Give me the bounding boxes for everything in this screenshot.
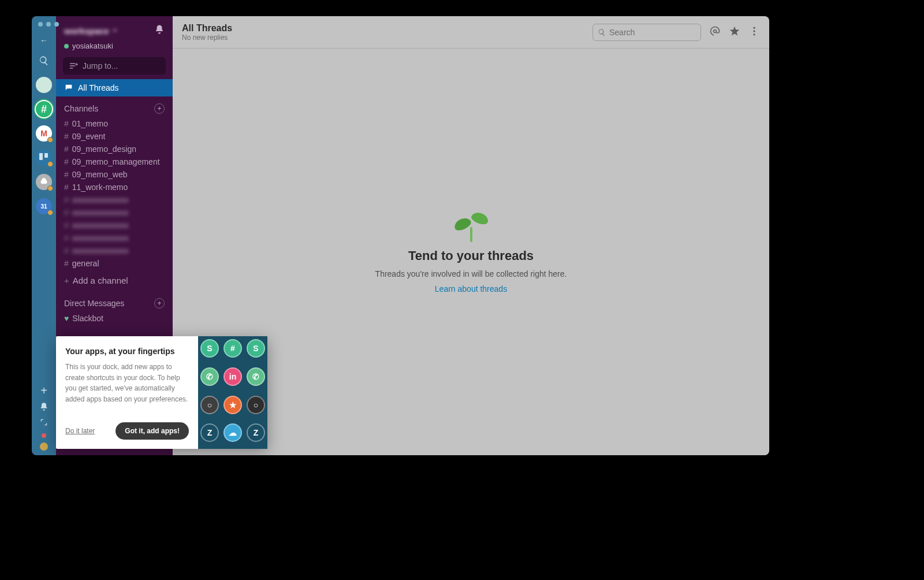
channel-item[interactable]: #09_memo_design [56, 143, 173, 155]
traffic-close[interactable] [38, 22, 43, 27]
workspace-name[interactable]: workspace [64, 26, 117, 36]
app-tile-icon: Z [200, 423, 219, 442]
empty-title: Tend to your threads [408, 248, 534, 263]
app-tile-icon: ☁ [223, 423, 242, 442]
app-tile-icon: # [223, 339, 242, 358]
rail-app-gmail[interactable]: M [36, 125, 52, 142]
rail-add-button[interactable]: + [40, 384, 47, 397]
channels-header: Channels + [56, 96, 173, 117]
heart-icon: ♥ [64, 314, 69, 323]
hash-icon: # [64, 259, 69, 268]
channel-item[interactable]: #general [56, 257, 173, 270]
rail-bell-icon[interactable] [39, 402, 49, 414]
hash-icon: # [64, 183, 69, 192]
more-icon[interactable] [748, 25, 760, 39]
app-tile-icon: in [223, 367, 242, 386]
got-it-button[interactable]: Got it, add apps! [116, 422, 189, 440]
do-it-later-link[interactable]: Do it later [65, 427, 95, 435]
app-tile-icon: S [247, 339, 265, 358]
hash-icon: # [64, 195, 69, 205]
star-icon[interactable] [729, 25, 740, 39]
channel-item[interactable]: #09_memo_web [56, 168, 173, 181]
add-channel-link[interactable]: +Add a channel [56, 270, 173, 291]
hash-icon: # [64, 157, 69, 166]
channel-item[interactable]: #xxxxxxxxxxxxxx [56, 194, 173, 206]
username: yosiakatsuki [72, 42, 113, 50]
channel-item[interactable]: #xxxxxxxxxxxxxx [56, 206, 173, 219]
app-tile-icon: S [200, 339, 219, 358]
search-icon[interactable] [35, 52, 53, 69]
search-icon [598, 28, 606, 36]
hash-icon: # [64, 208, 69, 217]
hash-icon: # [64, 246, 69, 255]
svg-point-1 [753, 30, 755, 32]
traffic-minimize[interactable] [46, 22, 51, 27]
svg-point-2 [753, 34, 755, 35]
hash-icon: # [64, 132, 69, 141]
rail-app-workspace[interactable] [36, 77, 52, 93]
popover-title: Your apps, at your fingertips [65, 347, 189, 356]
channel-item[interactable]: #xxxxxxxxxxxxxx [56, 219, 173, 232]
page-title: All Threads [182, 23, 232, 34]
app-tile-icon: ○ [200, 396, 219, 414]
app-tile-icon: ✆ [247, 367, 265, 386]
rail-app-trello[interactable] [36, 150, 52, 166]
rail-status-gold [40, 443, 48, 451]
channel-item[interactable]: #11_work-memo [56, 181, 173, 194]
app-tile-icon: ○ [247, 396, 265, 414]
jump-to-label: Jump to... [83, 61, 118, 70]
back-icon[interactable]: ← [40, 36, 48, 45]
mentions-icon[interactable] [709, 25, 721, 39]
rail-app-calendar[interactable]: 31 [36, 198, 52, 214]
rail-app-drive[interactable] [36, 174, 52, 190]
user-presence[interactable]: yosiakatsuki [56, 42, 173, 55]
search-input[interactable]: Search [593, 24, 701, 41]
rail-app-slack[interactable]: # [36, 101, 52, 117]
channel-item[interactable]: #xxxxxxxxxxxxxx [56, 244, 173, 257]
page-subtitle: No new replies [182, 34, 232, 42]
search-placeholder: Search [609, 28, 635, 37]
rail-expand-icon[interactable] [40, 418, 48, 429]
hash-icon: # [64, 170, 69, 179]
dm-label: Direct Messages [64, 299, 124, 308]
channel-item[interactable]: #01_memo [56, 117, 173, 130]
channel-item[interactable]: #09_memo_management [56, 155, 173, 168]
notifications-icon[interactable] [154, 24, 165, 37]
hash-icon: # [64, 233, 69, 243]
channel-item[interactable]: #xxxxxxxxxxxxxx [56, 232, 173, 244]
add-channel-icon[interactable]: + [154, 103, 165, 114]
seedling-icon [454, 211, 489, 243]
jump-to-input[interactable]: Jump to... [63, 57, 166, 75]
hash-icon: # [64, 119, 69, 128]
empty-body: Threads you're involved in will be colle… [375, 269, 567, 278]
add-dm-icon[interactable]: + [154, 298, 165, 308]
rail-status-red [42, 433, 46, 438]
channels-label: Channels [64, 104, 98, 113]
onboarding-popover: Your apps, at your fingertips This is yo… [56, 336, 267, 449]
hash-icon: # [64, 144, 69, 154]
all-threads-label: All Threads [78, 83, 119, 92]
app-rail: ← # M 31 + [32, 16, 56, 455]
window-controls [38, 22, 59, 27]
dm-header: Direct Messages + [56, 291, 173, 312]
traffic-zoom[interactable] [54, 22, 59, 27]
hash-icon: # [64, 221, 69, 230]
nav-all-threads[interactable]: All Threads [56, 79, 173, 96]
app-tile-icon: Z [247, 423, 265, 442]
app-tile-icon: ✆ [200, 367, 219, 386]
presence-dot [64, 44, 69, 49]
dm-slackbot[interactable]: ♥Slackbot [56, 312, 173, 325]
popover-body: This is your dock, add new apps to creat… [65, 362, 189, 415]
learn-threads-link[interactable]: Learn about threads [435, 284, 507, 293]
main-header: All Threads No new replies Search [173, 16, 769, 49]
svg-point-0 [753, 27, 755, 28]
channel-item[interactable]: #09_event [56, 130, 173, 143]
app-tile-icon: ★ [223, 396, 242, 414]
popover-art: S # S ✆ in ✆ ○ ★ ○ Z ☁ Z [198, 336, 267, 449]
